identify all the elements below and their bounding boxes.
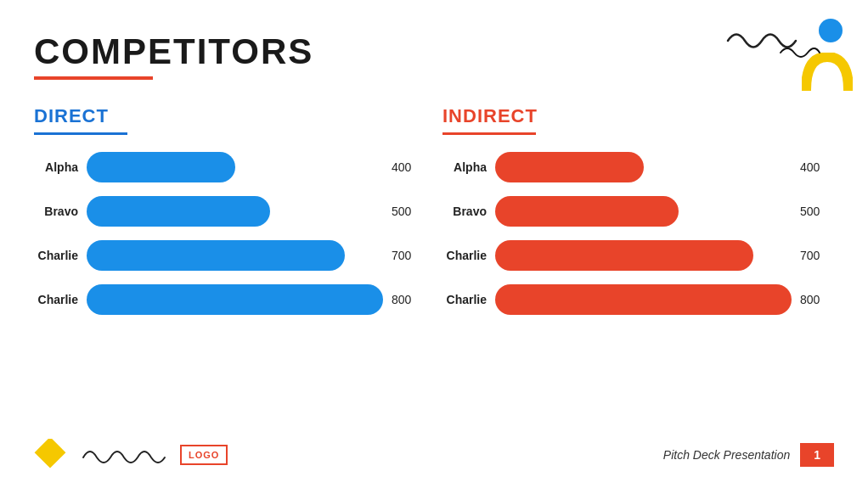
direct-bar-row-0: Alpha 400	[34, 152, 426, 182]
indirect-bar-track-1	[495, 196, 792, 227]
direct-bar-track-1	[87, 196, 383, 227]
indirect-bar-track-2	[495, 240, 792, 271]
footer-right: Pitch Deck Presentation 1	[663, 443, 834, 467]
indirect-underline	[442, 132, 536, 135]
indirect-bar-value-2: 700	[800, 249, 834, 262]
footer: LOGO Pitch Deck Presentation 1	[34, 439, 834, 471]
direct-bar-value-3: 800	[392, 293, 426, 306]
logo-text: LOGO	[189, 450, 219, 460]
indirect-bar-fill-2	[495, 240, 753, 271]
indirect-bar-track-3	[495, 284, 792, 315]
charts-container: DIRECT Alpha 400 Bravo 500 Charlie	[34, 105, 834, 328]
indirect-bar-value-0: 400	[800, 160, 834, 174]
indirect-bar-row-3: Charlie 800	[442, 284, 834, 315]
logo-box: LOGO	[180, 445, 228, 465]
slide: COMPETITORS DIRECT Alpha 400 Bravo 500	[0, 0, 868, 488]
page-title: COMPETITORS	[34, 34, 834, 70]
direct-label: DIRECT	[34, 105, 426, 127]
direct-bar-value-0: 400	[392, 160, 426, 174]
indirect-bar-fill-3	[495, 284, 792, 315]
title-section: COMPETITORS	[34, 34, 834, 80]
direct-bar-label-3: Charlie	[34, 293, 78, 306]
indirect-bar-row-0: Alpha 400	[442, 152, 834, 182]
direct-bar-value-1: 500	[392, 205, 426, 218]
title-underline	[34, 76, 153, 80]
footer-squiggle-icon	[82, 442, 166, 468]
deco-squiggle2-icon	[779, 42, 821, 64]
indirect-bar-label-2: Charlie	[442, 249, 487, 262]
direct-chart-section: DIRECT Alpha 400 Bravo 500 Charlie	[34, 105, 426, 328]
indirect-bar-value-3: 800	[800, 293, 834, 306]
indirect-label: INDIRECT	[442, 105, 834, 127]
direct-bar-fill-0	[87, 152, 235, 182]
direct-bar-fill-1	[87, 196, 270, 227]
indirect-bar-value-1: 500	[800, 205, 834, 218]
indirect-bar-label-1: Bravo	[442, 205, 487, 218]
direct-bar-track-3	[87, 284, 383, 315]
direct-bar-track-2	[87, 240, 383, 271]
direct-bar-row-1: Bravo 500	[34, 196, 426, 227]
direct-bar-track-0	[87, 152, 383, 182]
direct-bar-value-2: 700	[392, 249, 426, 262]
deco-diamond-icon	[34, 439, 66, 471]
direct-underline	[34, 132, 127, 135]
indirect-bar-row-2: Charlie 700	[442, 240, 834, 271]
indirect-chart-section: INDIRECT Alpha 400 Bravo 500 Charlie	[442, 105, 834, 328]
indirect-bar-label-3: Charlie	[442, 293, 487, 306]
direct-bar-fill-2	[87, 240, 345, 271]
indirect-bar-fill-0	[495, 152, 644, 182]
direct-bar-label-0: Alpha	[34, 160, 78, 174]
direct-bar-row-3: Charlie 800	[34, 284, 426, 315]
direct-bar-label-2: Charlie	[34, 249, 78, 262]
indirect-bar-fill-1	[495, 196, 679, 227]
footer-left: LOGO	[34, 439, 228, 471]
indirect-bar-track-0	[495, 152, 792, 182]
indirect-bar-row-1: Bravo 500	[442, 196, 834, 227]
deco-circle-blue	[819, 19, 843, 42]
direct-bar-row-2: Charlie 700	[34, 240, 426, 271]
direct-bar-label-1: Bravo	[34, 205, 78, 218]
direct-bar-fill-3	[87, 284, 383, 315]
svg-rect-0	[35, 439, 66, 468]
page-number: 1	[800, 443, 834, 467]
slide-label: Pitch Deck Presentation	[663, 448, 790, 462]
indirect-bar-label-0: Alpha	[442, 160, 487, 174]
